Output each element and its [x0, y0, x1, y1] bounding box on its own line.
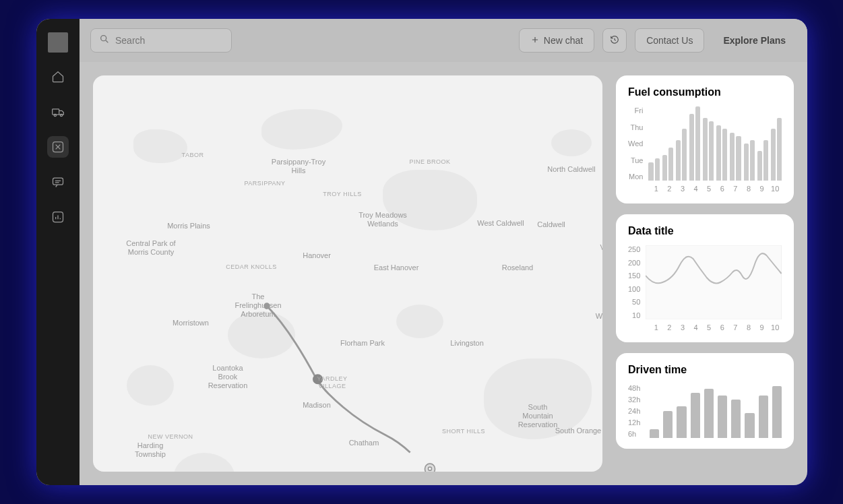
app-logo [48, 32, 68, 53]
new-chat-button[interactable]: New chat [519, 28, 594, 53]
nav-fleet[interactable] [47, 101, 69, 123]
history-button[interactable] [602, 28, 627, 53]
map-label: CEDAR KNOLLS [226, 263, 277, 271]
fuel-y-axis: FriThuWedTueMon [628, 106, 643, 181]
map-label: South Orange [555, 427, 602, 435]
map-label: PARSIPPANY [244, 180, 285, 187]
map-label: Madison [303, 401, 331, 410]
map-panel[interactable]: TABORParsippany-TroyHillsPARSIPPANYTROY … [93, 75, 602, 472]
new-chat-label: New chat [544, 35, 583, 46]
map-label: East Hanover [374, 263, 419, 272]
search-box[interactable] [90, 28, 232, 53]
map-label: PINE BROOK [409, 158, 450, 166]
contact-label: Contact Us [646, 35, 693, 46]
data-title: Data title [628, 225, 782, 237]
nav-map[interactable] [47, 136, 69, 158]
explore-plans-button[interactable]: Explore Plans [712, 28, 797, 53]
search-icon [99, 34, 110, 47]
fuel-consumption-card: Fuel consumption FriThuWedTueMon 1234567… [616, 75, 794, 203]
nav-chat[interactable] [47, 171, 69, 193]
map-label: Morristown [173, 319, 209, 327]
svg-point-9 [429, 467, 432, 470]
map-label: Parsippany-TroyHills [272, 158, 325, 175]
explore-label: Explore Plans [723, 35, 786, 46]
nav-analytics[interactable] [47, 206, 69, 228]
svg-point-6 [101, 36, 106, 41]
driven-y-axis: 48h32h24h12h6h [628, 384, 640, 438]
data-x-axis: 12345678910 [650, 323, 782, 332]
search-input[interactable] [115, 35, 233, 46]
map-label: HardingTownship [135, 441, 166, 459]
content: TABORParsippany-TroyHillsPARSIPPANYTROY … [80, 62, 807, 485]
data-y-axis: 2502001501005010 [628, 245, 640, 319]
map-label: Roseland [502, 263, 533, 272]
map-label: TROY HILLS [323, 191, 361, 198]
map-label: Florham Park [340, 339, 385, 348]
plus-icon [530, 35, 540, 46]
app-frame: New chat Contact Us Explore Plans [36, 19, 807, 485]
map-label: Maplewood [538, 471, 575, 472]
topbar: New chat Contact Us Explore Plans [80, 19, 807, 62]
data-title-card: Data title 2502001501005010 12345678910 [616, 214, 794, 342]
map-label: Troy MeadowsWetlands [358, 211, 407, 228]
map-label: Central Park ofMorris County [126, 239, 175, 257]
map-label: Livingston [450, 339, 484, 348]
fuel-x-axis: 12345678910 [650, 185, 782, 193]
map-label: SHORT HILLS [442, 428, 485, 435]
map-pin-icon [423, 462, 437, 472]
history-icon [610, 35, 619, 46]
map-label: Caldwell [537, 220, 565, 229]
map-label: TheFrelinghuysenArboretum [235, 292, 281, 319]
svg-rect-4 [53, 178, 63, 185]
driven-title: Driven time [628, 364, 782, 376]
driven-bars [650, 384, 782, 438]
sidebar [36, 19, 80, 485]
map-label: Hanover [303, 251, 331, 260]
svg-point-2 [60, 114, 62, 116]
map-label: TABOR [182, 152, 204, 159]
map-label: West Caldwell [477, 219, 524, 228]
map-label: SouthMountainReservation [518, 403, 558, 430]
contact-button[interactable]: Contact Us [635, 28, 704, 53]
fuel-bars [648, 106, 782, 181]
map-label: West Orang [596, 312, 602, 321]
map-label: YARDLEYVILLAGE [317, 375, 348, 390]
map-label: Verona [600, 243, 602, 252]
map-label: North Caldwell [547, 165, 596, 174]
map-label: LoantokaBrookReservation [208, 364, 248, 391]
svg-point-1 [54, 114, 56, 116]
nav-home[interactable] [47, 66, 69, 88]
fuel-title: Fuel consumption [628, 86, 782, 98]
map-label: Chatham [349, 439, 379, 447]
side-panels: Fuel consumption FriThuWedTueMon 1234567… [616, 75, 794, 472]
data-line-chart [646, 245, 782, 319]
map-label: Morris Plains [167, 222, 210, 230]
driven-time-card: Driven time 48h32h24h12h6h [616, 353, 794, 449]
map-label: NEW VERNON [148, 433, 193, 441]
